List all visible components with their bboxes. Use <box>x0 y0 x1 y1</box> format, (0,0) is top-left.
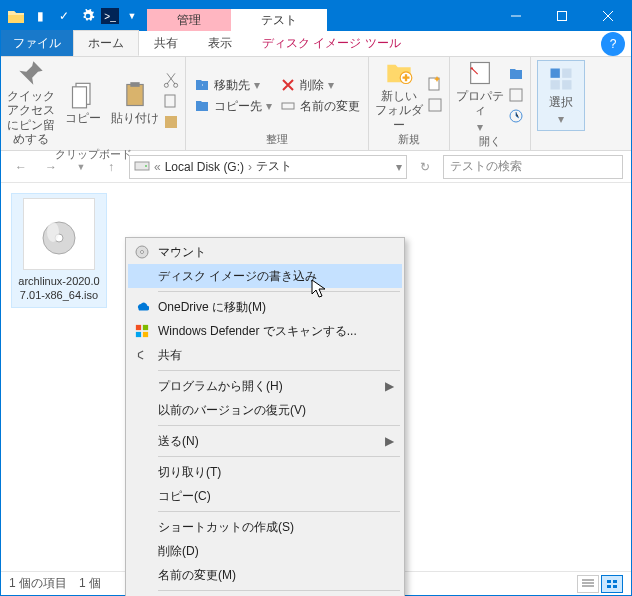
ctx-rename[interactable]: 名前の変更(M) <box>128 563 402 587</box>
ctx-restore[interactable]: 以前のバージョンの復元(V) <box>128 398 402 422</box>
svg-rect-7 <box>165 95 175 107</box>
moveto-button[interactable]: 移動先▾ <box>192 76 274 95</box>
pasteshortcut-icon[interactable] <box>163 114 179 133</box>
ribbon: クイック アクセス にピン留めする コピー 貼り付け クリップボード <box>1 57 631 151</box>
chevron-down-icon: ▾ <box>328 78 334 92</box>
recent-dropdown[interactable]: ▼ <box>69 155 93 179</box>
ctx-rename-label: 名前の変更(M) <box>158 567 236 584</box>
delete-button[interactable]: 削除▾ <box>278 76 362 95</box>
chevron-down-icon: ▾ <box>477 120 483 134</box>
file-tab[interactable]: ファイル <box>1 30 73 56</box>
qat-dropdown-icon[interactable]: ▼ <box>121 5 143 27</box>
submenu-arrow-icon: ▶ <box>385 434 394 448</box>
open-icon[interactable] <box>508 66 524 85</box>
ctx-delete[interactable]: 削除(D) <box>128 539 402 563</box>
ctx-share[interactable]: 共有 <box>128 343 402 367</box>
refresh-button[interactable]: ↻ <box>413 155 437 179</box>
address-box[interactable]: « Local Disk (G:) › テスト ▾ <box>129 155 407 179</box>
back-button[interactable]: ← <box>9 155 33 179</box>
ctx-cut[interactable]: 切り取り(T) <box>128 460 402 484</box>
copypath-icon[interactable] <box>163 93 179 112</box>
tab-disc-image-tools[interactable]: ディスク イメージ ツール <box>247 30 416 56</box>
file-name: archlinux-2020.07.01-x86_64.iso <box>16 274 102 303</box>
history-icon[interactable] <box>508 108 524 127</box>
ctx-copy[interactable]: コピー(C) <box>128 484 402 508</box>
ctx-shortcut-label: ショートカットの作成(S) <box>158 519 294 536</box>
group-organize: 移動先▾ コピー先▾ 削除▾ 名前の変更 整理 <box>186 57 369 150</box>
file-item[interactable]: archlinux-2020.07.01-x86_64.iso <box>11 193 107 308</box>
svg-rect-29 <box>613 585 617 588</box>
ctx-separator <box>158 511 400 512</box>
svg-rect-32 <box>136 325 141 330</box>
qat-powershell-icon[interactable]: >_ <box>101 8 119 24</box>
share-icon <box>134 347 150 363</box>
svg-rect-12 <box>429 99 441 111</box>
minimize-button[interactable] <box>493 1 539 31</box>
ctx-restore-label: 以前のバージョンの復元(V) <box>158 402 306 419</box>
svg-rect-35 <box>143 332 148 337</box>
maximize-button[interactable] <box>539 1 585 31</box>
selection-count: 1 個 <box>79 575 101 592</box>
crumb-folder[interactable]: テスト <box>256 158 292 175</box>
newfolder-button[interactable]: 新しい フォルダー <box>375 59 423 132</box>
ctx-separator <box>158 370 400 371</box>
titlebar: ▮ ✓ >_ ▼ 管理 テスト <box>1 1 631 31</box>
svg-rect-0 <box>558 12 567 21</box>
disc-icon <box>134 244 150 260</box>
copy-button[interactable]: コピー <box>59 81 107 125</box>
forward-button[interactable]: → <box>39 155 63 179</box>
qat-gear-icon[interactable] <box>77 5 99 27</box>
select-button[interactable]: 選択▾ <box>537 60 585 131</box>
context-tab-manage[interactable]: 管理 <box>147 9 231 31</box>
ctx-cut-label: 切り取り(T) <box>158 464 221 481</box>
newitem-icon[interactable] <box>427 76 443 95</box>
quick-access-toolbar: ▮ ✓ >_ ▼ <box>1 5 147 27</box>
search-input[interactable]: テストの検索 <box>443 155 623 179</box>
ctx-defender-label: Windows Defender でスキャンする... <box>158 323 357 340</box>
ctx-openwith[interactable]: プログラムから開く(H)▶ <box>128 374 402 398</box>
pin-button[interactable]: クイック アクセス にピン留めする <box>7 59 55 147</box>
ctx-separator <box>158 425 400 426</box>
ribbon-tabs: ファイル ホーム 共有 表示 ディスク イメージ ツール ? <box>1 31 631 57</box>
chevron-right-icon[interactable]: › <box>248 160 252 174</box>
rename-button[interactable]: 名前の変更 <box>278 97 362 116</box>
edit-icon[interactable] <box>508 87 524 106</box>
properties-button[interactable]: プロパティ▾ <box>456 59 504 134</box>
ctx-copy-label: コピー(C) <box>158 488 211 505</box>
ctx-mount-label: マウント <box>158 244 206 261</box>
up-button[interactable]: ↑ <box>99 155 123 179</box>
crumb-disk[interactable]: Local Disk (G:) <box>165 160 244 174</box>
newfolder-label: 新しい フォルダー <box>375 89 423 132</box>
chevron-icon[interactable]: « <box>154 160 161 174</box>
svg-rect-26 <box>607 580 611 583</box>
svg-point-25 <box>47 222 59 242</box>
copyto-button[interactable]: コピー先▾ <box>192 97 274 116</box>
addr-dropdown-icon[interactable]: ▾ <box>396 160 402 174</box>
easyaccess-icon[interactable] <box>427 97 443 116</box>
qat-check-icon[interactable]: ✓ <box>53 5 75 27</box>
tab-home[interactable]: ホーム <box>73 30 139 56</box>
ctx-onedrive[interactable]: OneDrive に移動(M) <box>128 295 402 319</box>
ctx-mount[interactable]: マウント <box>128 240 402 264</box>
moveto-label: 移動先 <box>214 77 250 94</box>
chevron-down-icon: ▾ <box>254 78 260 92</box>
help-button[interactable]: ? <box>601 32 625 56</box>
tab-share[interactable]: 共有 <box>139 30 193 56</box>
ctx-sendto[interactable]: 送る(N)▶ <box>128 429 402 453</box>
details-view-button[interactable] <box>577 575 599 593</box>
ctx-defender[interactable]: Windows Defender でスキャンする... <box>128 319 402 343</box>
close-button[interactable] <box>585 1 631 31</box>
ctx-burn[interactable]: ディスク イメージの書き込み <box>128 264 402 288</box>
ctx-shortcut[interactable]: ショートカットの作成(S) <box>128 515 402 539</box>
group-new: 新しい フォルダー 新規 <box>369 57 450 150</box>
icons-view-button[interactable] <box>601 575 623 593</box>
select-label: 選択 <box>549 95 573 109</box>
cut-icon[interactable] <box>163 72 179 91</box>
file-thumbnail <box>23 198 95 270</box>
search-placeholder: テストの検索 <box>450 158 522 175</box>
paste-button[interactable]: 貼り付け <box>111 81 159 125</box>
qat-sep-icon: ▮ <box>29 5 51 27</box>
tab-view[interactable]: 表示 <box>193 30 247 56</box>
ctx-separator <box>158 291 400 292</box>
svg-rect-34 <box>136 332 141 337</box>
